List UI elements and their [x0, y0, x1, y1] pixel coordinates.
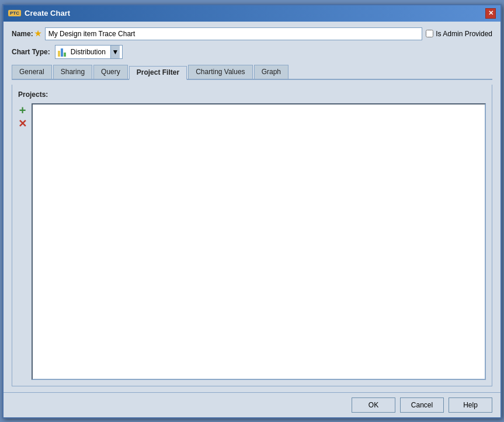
chart-type-row: Chart Type: Distribution ▼ [12, 45, 492, 59]
cancel-button[interactable]: Cancel [400, 397, 444, 413]
name-row: Name: ★ Is Admin Provided [12, 27, 492, 40]
remove-project-button[interactable]: ✕ [18, 118, 27, 129]
ok-button[interactable]: OK [352, 397, 395, 413]
title-bar: PTC Create Chart ✕ [4, 5, 500, 22]
ptc-logo: PTC [8, 10, 21, 16]
name-input[interactable] [45, 27, 423, 40]
dropdown-arrow-icon[interactable]: ▼ [110, 46, 120, 58]
admin-checkbox[interactable] [426, 30, 433, 37]
tabs-container: General Sharing Query Project Filter Cha… [12, 65, 492, 80]
tab-sharing[interactable]: Sharing [53, 65, 92, 79]
bar1 [58, 51, 60, 57]
close-button[interactable]: ✕ [485, 8, 496, 19]
tab-graph[interactable]: Graph [254, 65, 289, 79]
name-label: Name: ★ [12, 29, 41, 38]
add-project-button[interactable]: + [18, 104, 27, 116]
tab-general[interactable]: General [12, 65, 52, 79]
admin-label: Is Admin Provided [436, 30, 492, 38]
projects-label: Projects: [18, 90, 486, 99]
required-star: ★ [34, 29, 41, 38]
admin-check-container: Is Admin Provided [426, 30, 492, 38]
projects-list [32, 103, 486, 380]
chart-type-label: Chart Type: [12, 48, 50, 56]
dialog-title: Create Chart [25, 9, 70, 18]
chart-type-selector[interactable]: Distribution ▼ [55, 45, 123, 59]
tab-project-filter[interactable]: Project Filter [129, 66, 187, 80]
dialog-body: Name: ★ Is Admin Provided Chart Type: Di… [4, 22, 500, 392]
tab-charting-values[interactable]: Charting Values [188, 65, 253, 79]
help-button[interactable]: Help [449, 397, 492, 413]
projects-area: + ✕ [18, 103, 486, 380]
title-bar-left: PTC Create Chart [8, 9, 70, 18]
projects-buttons: + ✕ [18, 103, 27, 380]
chart-type-value: Distribution [71, 48, 106, 56]
tab-content: Projects: + ✕ [12, 85, 492, 386]
dialog-footer: OK Cancel Help [4, 392, 500, 417]
bar3 [64, 53, 66, 57]
tab-query[interactable]: Query [93, 65, 128, 79]
create-chart-dialog: PTC Create Chart ✕ Name: ★ Is Admin Prov… [2, 4, 502, 418]
chart-icon [58, 47, 68, 57]
bar2 [61, 48, 63, 57]
